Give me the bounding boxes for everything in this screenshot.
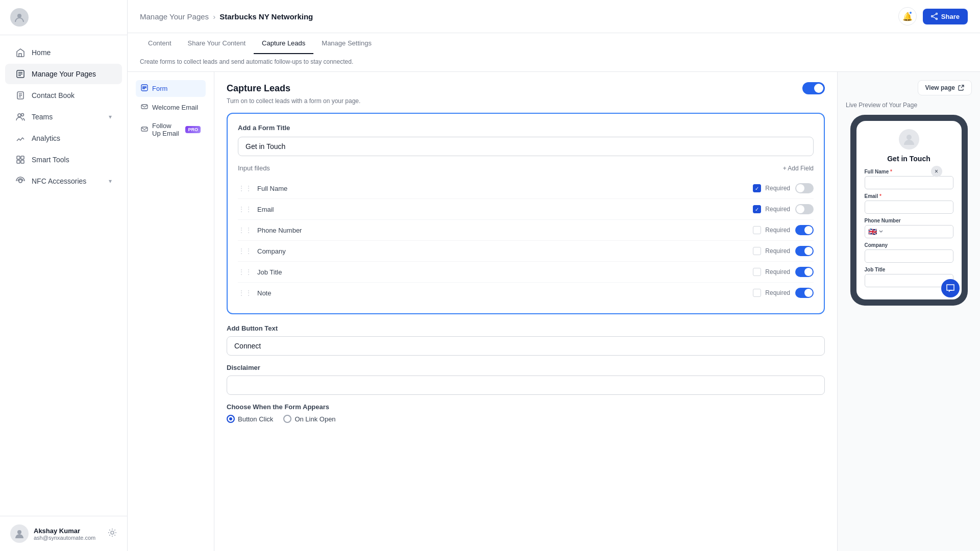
required-checkbox-email[interactable] [753,205,761,213]
field-row-note: ⋮⋮ Note Required [238,283,814,303]
field-label-job-title: Job Title [257,268,753,276]
sidebar-avatar [10,8,29,27]
field-toggle-full-name[interactable] [795,183,814,193]
form-title-input[interactable] [238,137,814,156]
svg-rect-6 [21,156,24,159]
radio-label-button-click: Button Click [238,415,273,423]
field-toggle-phone[interactable] [795,225,814,235]
required-section-company: Required [753,247,790,255]
capture-leads-header: Capture Leads [227,82,825,94]
sidebar: Home Manage Your Pages Contact Book Team… [0,0,128,551]
notification-dot [909,11,913,15]
svg-rect-16 [141,105,148,109]
required-label: Required [765,247,790,255]
left-panel: Form Welcome Email Follow Up Email PRO [128,72,214,551]
contact-book-icon [15,90,26,101]
sidebar-item-analytics[interactable]: Analytics [5,128,122,148]
form-title-label: Add a Form Title [238,124,814,132]
sidebar-item-manage-pages[interactable]: Manage Your Pages [5,64,122,84]
panel-item-follow-up-email[interactable]: Follow Up Email PRO [136,118,206,141]
button-text-input[interactable] [227,336,825,356]
required-section-full-name: Required [753,184,790,192]
user-name: Akshay Kumar [34,527,103,535]
required-checkbox-company[interactable] [753,247,761,255]
breadcrumb-separator: › [213,12,215,21]
nfc-chevron-icon: ▾ [109,178,112,185]
sidebar-item-contact-book[interactable]: Contact Book [5,85,122,106]
radio-on-link-open[interactable]: On Link Open [283,415,335,423]
field-label-note: Note [257,289,753,297]
disclaimer-input[interactable] [227,375,825,395]
settings-icon[interactable] [108,528,117,539]
phone-field-jobtitle-label: Job Title [865,267,953,272]
drag-handle-phone[interactable]: ⋮⋮ [238,226,252,234]
required-checkbox-phone[interactable] [753,226,761,234]
sidebar-item-nfc-accessories[interactable]: NFC Accessories ▾ [5,171,122,191]
phone-field-phone-input[interactable]: 🇬🇧 [865,225,953,238]
sidebar-item-teams[interactable]: Teams ▾ [5,107,122,127]
radio-circle-button-click [227,415,235,423]
phone-field-company-label: Company [865,242,953,248]
tab-manage-settings[interactable]: Manage Settings [313,33,380,54]
sidebar-logo [0,0,127,35]
required-label: Required [765,206,790,213]
breadcrumb-parent[interactable]: Manage Your Pages [140,12,209,21]
panel-item-label: Form [152,85,167,92]
teams-chevron-icon: ▾ [109,113,112,120]
svg-point-18 [906,135,912,140]
sidebar-item-label: Manage Your Pages [32,70,96,78]
tab-share-content[interactable]: Share Your Content [180,33,254,54]
input-fields-label: Input fileds [238,164,270,172]
sidebar-item-label: Teams [32,113,53,121]
sidebar-item-home[interactable]: Home [5,42,122,63]
page-tabs: Content Share Your Content Capture Leads… [128,33,980,72]
tabs-row: Content Share Your Content Capture Leads… [140,33,968,54]
share-button[interactable]: Share [923,9,968,24]
form-close-icon[interactable]: × [931,166,942,177]
field-toggle-email[interactable] [795,204,814,214]
drag-handle-company[interactable]: ⋮⋮ [238,247,252,255]
svg-point-3 [18,114,21,117]
drag-handle-job-title[interactable]: ⋮⋮ [238,268,252,276]
tab-content[interactable]: Content [140,33,180,54]
panel-item-label: Welcome Email [152,104,198,111]
field-toggle-job-title[interactable] [795,267,814,277]
phone-field-jobtitle-input[interactable] [865,274,953,287]
required-label: Required [765,227,790,234]
sidebar-item-smart-tools[interactable]: Smart Tools [5,149,122,170]
phone-field-fullname-input[interactable] [865,176,953,189]
radio-group-when: Button Click On Link Open [227,415,825,423]
tab-capture-leads[interactable]: Capture Leads [254,33,313,54]
panel-item-form[interactable]: Form [136,80,206,97]
flag-icon: 🇬🇧 [868,228,877,236]
add-field-button[interactable]: + Add Field [783,165,814,172]
drag-handle-note[interactable]: ⋮⋮ [238,289,252,297]
sidebar-nav: Home Manage Your Pages Contact Book Team… [0,35,127,516]
capture-leads-toggle[interactable] [802,82,825,94]
radio-button-click[interactable]: Button Click [227,415,273,423]
phone-field-email-input[interactable] [865,201,953,214]
notification-button[interactable]: 🔔 [898,7,917,26]
drag-handle-full-name[interactable]: ⋮⋮ [238,184,252,192]
phone-field-phone-label: Phone Number [865,218,953,223]
required-checkbox-note[interactable] [753,289,761,297]
panel-item-welcome-email[interactable]: Welcome Email [136,99,206,116]
svg-rect-5 [17,156,20,159]
field-toggle-note[interactable] [795,288,814,298]
user-info: Akshay Kumar ash@synxautomate.com [34,527,103,541]
field-toggle-company[interactable] [795,246,814,256]
drag-handle-email[interactable]: ⋮⋮ [238,205,252,213]
capture-leads-title: Capture Leads [227,83,290,94]
view-page-button[interactable]: View page [918,80,972,95]
required-label: Required [765,268,790,276]
required-checkbox-job-title[interactable] [753,268,761,276]
radio-circle-on-link-open [283,415,291,423]
required-checkbox-full-name[interactable] [753,184,761,192]
breadcrumb: Manage Your Pages › Starbucks NY Network… [140,12,313,21]
sidebar-item-label: Smart Tools [32,156,69,164]
chat-button[interactable] [941,279,960,297]
phone-field-company-input[interactable] [865,249,953,263]
user-avatar [10,524,29,543]
phone-mockup: × Get in Touch Full Name * Email * Phone… [850,115,968,306]
required-label: Required [765,185,790,192]
